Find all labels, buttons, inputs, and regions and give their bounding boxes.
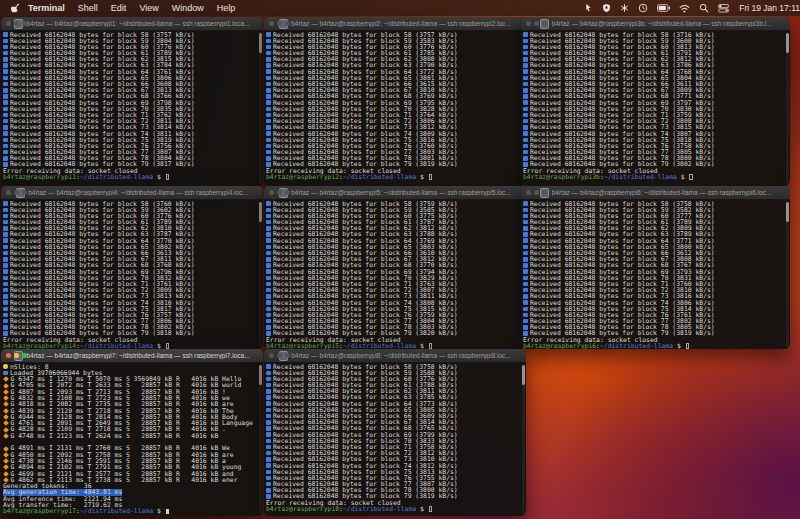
- scrollbar[interactable]: [259, 364, 262, 514]
- scrollbar-thumb[interactable]: [786, 33, 789, 53]
- terminal-window-raspberrypi7[interactable]: b4rtaz — b4rtaz@raspberrypi7: ~/distribu…: [1, 349, 263, 516]
- terminal-cursor: [166, 509, 170, 515]
- terminal-window-raspberrypi6[interactable]: b4rtaz — b4rtaz@raspberrypi6: ~/distribu…: [521, 186, 790, 349]
- fast-forward-icon: [523, 325, 528, 330]
- fast-forward-icon: [3, 232, 8, 237]
- fast-forward-icon: [3, 269, 8, 274]
- menu-item-help[interactable]: Help: [217, 3, 236, 13]
- terminal-window-raspberrypi2[interactable]: b4rtaz — b4rtaz@raspberrypi2: ~/distribu…: [264, 17, 526, 186]
- fast-forward-icon: [523, 251, 528, 256]
- window-titlebar[interactable]: b4rtaz — b4rtaz@raspberrypi1: ~/distribu…: [1, 17, 263, 31]
- traffic-light-buttons[interactable]: [526, 190, 547, 195]
- fast-forward-icon: [266, 63, 271, 68]
- window-titlebar[interactable]: b4rtaz — b4rtaz@raspberrypi5: ~/distribu…: [264, 186, 526, 200]
- scrollbar-thumb[interactable]: [259, 365, 262, 385]
- terminal-window-raspberrypi4[interactable]: b4rtaz — b4rtaz@raspberrypi4: ~/distribu…: [1, 186, 263, 349]
- menu-item-view[interactable]: View: [139, 3, 158, 13]
- fast-forward-icon: [523, 119, 528, 124]
- fast-forward-icon: [3, 257, 8, 262]
- fast-forward-icon: [266, 45, 271, 50]
- fast-forward-icon: [266, 76, 271, 81]
- traffic-light-buttons[interactable]: [6, 353, 27, 358]
- terminal-content[interactable]: nSlices: 8Loaded 39706066944 bytesG 6347…: [1, 362, 263, 516]
- fast-forward-icon: [523, 201, 528, 206]
- menu-bar-clock[interactable]: Fri 19 Jan 17:11: [739, 3, 800, 13]
- fast-forward-icon: [266, 208, 271, 213]
- scrollbar-thumb[interactable]: [259, 202, 262, 222]
- fast-forward-icon: [523, 69, 528, 74]
- control-center-icon[interactable]: [718, 4, 729, 13]
- fast-forward-icon: [3, 76, 8, 81]
- shield-icon[interactable]: [602, 3, 611, 13]
- window-titlebar[interactable]: b4rtaz — b4rtaz@raspberrypi8: ~/distribu…: [264, 349, 526, 363]
- fast-forward-icon: [523, 88, 528, 93]
- fast-forward-icon: [523, 45, 528, 50]
- prompt-path: ~/distributed-llama: [343, 506, 416, 512]
- window-titlebar[interactable]: b4rtaz — b4rtaz@raspberrypi4: ~/distribu…: [1, 186, 263, 200]
- prompt-path: ~/distributed-llama: [600, 343, 673, 349]
- prompt-dollar: $: [673, 343, 685, 349]
- clock-icon[interactable]: [638, 3, 648, 13]
- scrollbar[interactable]: [259, 32, 262, 184]
- terminal-content[interactable]: Received 68162048 bytes for block 58 (37…: [521, 199, 790, 349]
- traffic-light-buttons[interactable]: [526, 21, 547, 26]
- terminal-window-raspberrypi3b[interactable]: b4rtaz — b4rtaz@raspberrypi3b: ~/distrib…: [521, 17, 790, 186]
- terminal-content[interactable]: Received 68162048 bytes for block 58 (37…: [521, 30, 790, 186]
- wifi-icon[interactable]: [679, 4, 690, 13]
- scrollbar-thumb[interactable]: [522, 365, 525, 385]
- fast-forward-icon: [266, 482, 271, 487]
- menu-item-edit[interactable]: Edit: [111, 3, 127, 13]
- window-titlebar[interactable]: b4rtaz — b4rtaz@raspberrypi6: ~/distribu…: [521, 186, 790, 200]
- terminal-content[interactable]: Received 68162048 bytes for block 58 (37…: [264, 362, 526, 516]
- terminal-content[interactable]: Received 68162048 bytes for block 58 (37…: [1, 30, 263, 186]
- fast-forward-icon: [3, 245, 8, 250]
- fast-forward-icon: [266, 476, 271, 481]
- scrollbar[interactable]: [786, 201, 789, 347]
- window-titlebar[interactable]: b4rtaz — b4rtaz@raspberrypi2: ~/distribu…: [264, 17, 526, 31]
- terminal-cursor: [429, 343, 433, 349]
- fast-forward-icon: [523, 269, 528, 274]
- apple-menu-icon[interactable]: [10, 2, 20, 14]
- traffic-light-buttons[interactable]: [269, 353, 290, 358]
- menu-item-window[interactable]: Window: [172, 3, 204, 13]
- terminal-content[interactable]: Received 68162048 bytes for block 58 (37…: [1, 199, 263, 349]
- scrollbar-thumb[interactable]: [259, 33, 262, 53]
- fast-forward-icon: [266, 457, 271, 462]
- terminal-content[interactable]: Received 68162048 bytes for block 58 (37…: [264, 30, 526, 186]
- prompt-line: b4rtaz@raspberrypi3b:~/distributed-llama…: [523, 174, 788, 180]
- fast-forward-icon: [523, 245, 528, 250]
- orange-diamond-icon: [3, 376, 9, 382]
- scrollbar-thumb[interactable]: [786, 202, 789, 222]
- fast-forward-icon: [3, 57, 8, 62]
- hand-icon[interactable]: [584, 3, 593, 13]
- traffic-light-buttons[interactable]: [6, 190, 27, 195]
- terminal-window-raspberrypi8[interactable]: b4rtaz — b4rtaz@raspberrypi8: ~/distribu…: [264, 349, 526, 516]
- terminal-window-raspberrypi1[interactable]: b4rtaz — b4rtaz@raspberrypi1: ~/distribu…: [1, 17, 263, 186]
- terminal-content[interactable]: Received 68162048 bytes for block 58 (37…: [264, 199, 526, 349]
- fan-icon[interactable]: [620, 3, 629, 13]
- fast-forward-icon: [266, 451, 271, 456]
- fast-forward-icon: [266, 125, 271, 130]
- terminal-window-raspberrypi5[interactable]: b4rtaz — b4rtaz@raspberrypi5: ~/distribu…: [264, 186, 526, 349]
- fast-forward-icon: [266, 113, 271, 118]
- menu-item-shell[interactable]: Shell: [78, 3, 98, 13]
- battery-icon[interactable]: [657, 4, 670, 12]
- scrollbar[interactable]: [259, 201, 262, 347]
- fast-forward-icon: [266, 371, 271, 376]
- fast-forward-icon: [266, 201, 271, 206]
- desktop[interactable]: Terminal Shell Edit View Window Help Fri…: [0, 0, 800, 519]
- traffic-light-buttons[interactable]: [269, 190, 290, 195]
- fast-forward-icon: [3, 201, 8, 206]
- window-titlebar[interactable]: b4rtaz — b4rtaz@raspberrypi3b: ~/distrib…: [521, 17, 790, 31]
- fast-forward-icon: [266, 220, 271, 225]
- menu-item-terminal[interactable]: Terminal: [28, 3, 65, 13]
- scrollbar[interactable]: [786, 32, 789, 184]
- fast-forward-icon: [3, 138, 8, 143]
- fast-forward-icon: [266, 32, 271, 37]
- window-titlebar[interactable]: b4rtaz — b4rtaz@raspberrypi7: ~/distribu…: [1, 349, 263, 363]
- scrollbar[interactable]: [522, 364, 525, 514]
- traffic-light-buttons[interactable]: [269, 21, 290, 26]
- prompt-line: b4rtaz@raspberrypi2:~/distributed-llama …: [266, 174, 524, 180]
- traffic-light-buttons[interactable]: [6, 21, 27, 26]
- search-icon[interactable]: [699, 3, 709, 13]
